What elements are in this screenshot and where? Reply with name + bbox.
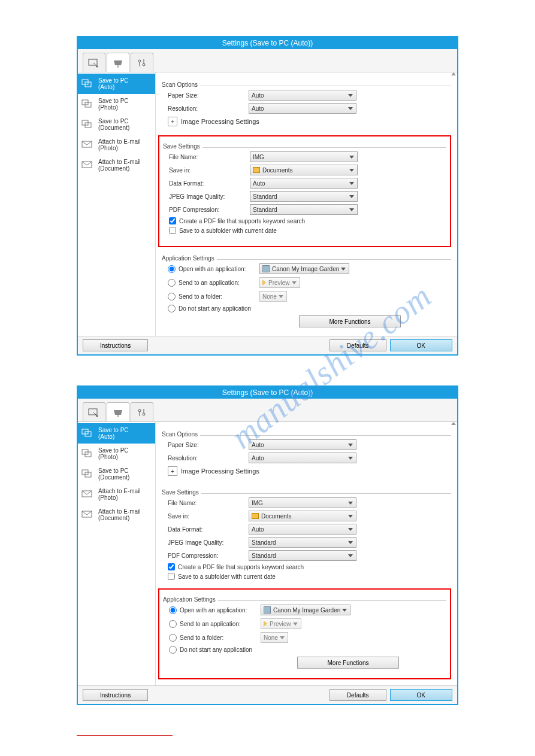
image-processing-label: Image Processing Settings [181, 467, 259, 475]
keyword-pdf-checkbox[interactable]: Create a PDF file that supports keyword … [169, 217, 446, 224]
sidebar-item-email-photo[interactable]: Attach to E-mail (Photo) [78, 484, 155, 505]
paper-size-select[interactable]: Auto [249, 439, 356, 450]
sidebar-item-save-document[interactable]: Save to PC (Document) [78, 114, 155, 135]
jpeg-quality-label: JPEG Image Quality: [168, 539, 249, 546]
file-name-input[interactable]: IMG [249, 497, 356, 508]
sidebar-item-email-document[interactable]: Attach to E-mail (Document) [78, 505, 155, 525]
save-settings-label: Save Settings [162, 489, 201, 496]
scroll-up-icon[interactable] [451, 422, 456, 427]
settings-dialog-2: Settings (Save to PC (Auto)) Save to PC … [77, 385, 458, 705]
jpeg-quality-select[interactable]: Standard [250, 191, 358, 202]
paper-size-label: Paper Size: [168, 442, 249, 448]
pdf-compression-label: PDF Compression: [169, 207, 250, 213]
sidebar-item-label: Save to PC (Auto) [98, 427, 152, 440]
data-format-label: Data Format: [169, 180, 250, 187]
subfolder-checkbox[interactable]: Save to a subfolder with current date [169, 227, 446, 234]
toolbar [78, 399, 457, 422]
jpeg-quality-select[interactable]: Standard [249, 537, 356, 548]
pdf-compression-label: PDF Compression: [168, 552, 249, 559]
save-in-select[interactable]: Documents [249, 511, 356, 521]
sidebar-item-save-auto[interactable]: Save to PC (Auto) [78, 74, 155, 94]
send-folder-select[interactable]: None [259, 291, 287, 302]
send-folder-label: Send to a folder: [180, 634, 261, 641]
resolution-select[interactable]: Auto [249, 103, 356, 114]
sidebar-item-label: Attach to E-mail (Photo) [98, 138, 152, 151]
sidebar-item-save-photo[interactable]: Save to PC (Photo) [78, 94, 155, 114]
expand-image-processing-button[interactable]: + [168, 117, 177, 126]
mail-icon [81, 160, 95, 171]
defaults-button[interactable]: Defaults [330, 339, 386, 351]
pdf-compression-select[interactable]: Standard [250, 204, 358, 215]
paper-size-select[interactable]: Auto [249, 90, 356, 101]
instructions-button[interactable]: Instructions [83, 339, 148, 351]
open-app-select[interactable]: Canon My Image Garden [261, 605, 350, 615]
send-app-radio[interactable] [169, 620, 177, 628]
monitor-icon [81, 469, 95, 479]
send-app-label: Send to an application: [179, 280, 259, 286]
sidebar: Save to PC (Auto) Save to PC (Photo) Sav… [78, 72, 156, 336]
do-not-start-label: Do not start any application [179, 305, 251, 312]
save-settings-highlight: Save Settings File Name: IMG Save in: Do… [158, 135, 451, 247]
send-app-select[interactable]: Preview [259, 277, 300, 288]
do-not-start-label: Do not start any application [180, 646, 252, 653]
tab-scanner-icon[interactable] [107, 53, 129, 72]
application-settings-label: Application Settings [162, 255, 217, 262]
keyword-pdf-checkbox[interactable]: Create a PDF file that supports keyword … [168, 563, 451, 570]
monitor-icon [81, 99, 95, 110]
svg-rect-14 [89, 409, 97, 415]
open-app-radio[interactable] [169, 606, 177, 614]
data-format-label: Data Format: [168, 526, 249, 533]
tab-tools-icon[interactable] [131, 402, 153, 421]
more-functions-button[interactable]: More Functions [297, 657, 399, 669]
tab-pc-icon[interactable] [83, 402, 105, 421]
svg-point-16 [138, 409, 141, 412]
sidebar-item-email-document[interactable]: Attach to E-mail (Document) [78, 155, 155, 175]
data-format-select[interactable]: Auto [249, 524, 356, 535]
mail-icon [81, 489, 95, 500]
save-in-select[interactable]: Documents [250, 165, 358, 175]
do-not-start-radio[interactable] [169, 646, 177, 654]
resolution-select[interactable]: Auto [249, 453, 356, 463]
defaults-button[interactable]: Defaults [330, 689, 386, 701]
tab-pc-icon[interactable] [83, 53, 105, 72]
app-icon [264, 606, 271, 614]
resolution-label: Resolution: [168, 455, 249, 462]
expand-image-processing-button[interactable]: + [168, 466, 177, 476]
svg-point-18 [143, 413, 145, 415]
tab-tools-icon[interactable] [131, 53, 153, 72]
app-icon [262, 265, 270, 272]
send-app-select[interactable]: Preview [261, 618, 301, 629]
scroll-up-icon[interactable] [451, 72, 456, 77]
sidebar-item-email-photo[interactable]: Attach to E-mail (Photo) [78, 135, 155, 155]
open-app-select[interactable]: Canon My Image Garden [259, 263, 349, 274]
send-app-radio[interactable] [168, 279, 176, 287]
ok-button[interactable]: OK [390, 689, 452, 701]
instructions-button[interactable]: Instructions [83, 689, 148, 701]
send-folder-select[interactable]: None [261, 632, 288, 643]
sidebar-item-save-auto[interactable]: Save to PC (Auto) [78, 423, 155, 444]
open-app-radio[interactable] [168, 265, 176, 273]
pdf-compression-select[interactable]: Standard [249, 550, 356, 561]
send-folder-radio[interactable] [168, 293, 176, 300]
file-name-input[interactable]: IMG [250, 151, 358, 162]
more-functions-button[interactable]: More Functions [299, 315, 401, 327]
sidebar-item-save-photo[interactable]: Save to PC (Photo) [78, 444, 155, 464]
mail-icon [81, 139, 95, 150]
sidebar: Save to PC (Auto) Save to PC (Photo) Sav… [78, 422, 156, 685]
save-settings-label: Save Settings [163, 143, 202, 150]
ok-button[interactable]: OK [390, 339, 452, 351]
subfolder-checkbox[interactable]: Save to a subfolder with current date [168, 573, 451, 580]
settings-dialog-1: Settings (Save to PC (Auto)) Save to PC … [77, 36, 458, 356]
tab-scanner-icon[interactable] [107, 402, 129, 421]
send-folder-radio[interactable] [169, 634, 177, 642]
toolbar [78, 49, 457, 72]
data-format-select[interactable]: Auto [250, 178, 358, 189]
folder-icon [253, 167, 260, 173]
sidebar-item-label: Save to PC (Document) [98, 118, 152, 131]
svg-point-1 [96, 65, 98, 67]
monitor-icon [81, 119, 95, 130]
sidebar-item-save-document[interactable]: Save to PC (Document) [78, 464, 155, 484]
do-not-start-radio[interactable] [168, 305, 176, 312]
resolution-label: Resolution: [168, 105, 249, 112]
window-title: Settings (Save to PC (Auto)) [78, 387, 457, 399]
